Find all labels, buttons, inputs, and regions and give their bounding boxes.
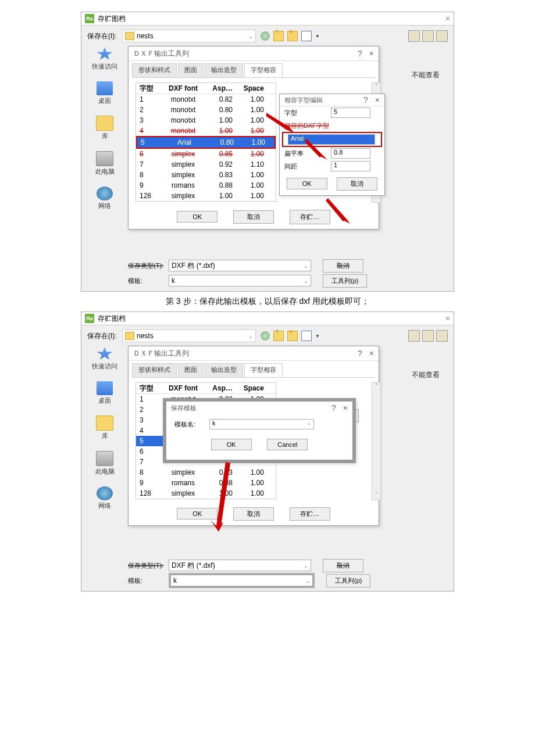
table-row: 9romans0.881.00 — [136, 180, 276, 191]
save-template-title: 保存模板 — [171, 404, 197, 413]
field-dxf-font[interactable]: Arial — [288, 134, 375, 145]
close-icon[interactable]: × — [375, 95, 380, 105]
sidebar-item-desktop[interactable]: 桌面 — [87, 81, 122, 105]
template-combo[interactable]: k⌄ — [169, 573, 315, 588]
sidebar-item-network[interactable]: 网络 — [87, 486, 122, 510]
save-button[interactable]: 存贮… — [290, 507, 330, 521]
tab-drawing[interactable]: 图面 — [178, 363, 204, 377]
sidebar-item-library[interactable]: 库 — [87, 415, 122, 440]
ok-button[interactable]: OK — [177, 508, 217, 519]
views-icon[interactable] — [301, 331, 312, 341]
toolbar-button[interactable]: 工具列(p) — [323, 274, 367, 288]
close-icon[interactable]: × — [369, 349, 374, 358]
app-icon: Ra — [85, 14, 94, 23]
cancel-button[interactable]: 取消 — [337, 177, 377, 191]
app-title: 存贮图档 — [98, 314, 126, 324]
table-row: 9romans0.881.00 — [136, 478, 276, 488]
table-row: 8simplex0.831.00 — [136, 467, 276, 478]
dxf-title: ＤＸＦ输出工具列 — [133, 349, 189, 359]
sidebar-item-quick[interactable]: 快速访问 — [87, 47, 122, 71]
tab-font[interactable]: 字型相容 — [244, 63, 283, 77]
file-type-label: 保存类型(T): — [128, 561, 169, 570]
views-chevron-icon[interactable]: ▼ — [315, 334, 320, 339]
toolbar-button[interactable]: 工具列(p) — [326, 574, 370, 587]
new-folder-icon[interactable] — [287, 31, 298, 41]
tool-icon-2[interactable] — [422, 330, 434, 342]
tab-drawing[interactable]: 图面 — [178, 63, 204, 77]
close-icon[interactable]: × — [343, 403, 348, 413]
dialog-buttons: OK 取消 存贮… — [129, 205, 379, 229]
field-space[interactable]: 1 — [331, 161, 370, 171]
cancel-button[interactable]: 取消 — [233, 507, 274, 521]
tab-output[interactable]: 输出造型 — [205, 363, 243, 377]
field-aspect[interactable]: 0.8 — [331, 148, 370, 159]
content-area: ＤＸＦ输出工具列 ?× 形状和样式 图面 输出造型 字型相容 编集 字型 DXF… — [128, 46, 448, 258]
help-icon[interactable]: ? — [358, 349, 362, 358]
table-row: 6simplex0.851.00 — [136, 149, 276, 159]
save-button[interactable]: 存贮… — [290, 210, 330, 224]
help-icon[interactable]: ? — [363, 95, 368, 105]
dialog-buttons: OK 取消 存贮… — [129, 503, 379, 525]
sidebar-item-network[interactable]: 网络 — [87, 187, 122, 210]
tab-output[interactable]: 输出造型 — [205, 63, 243, 77]
field-font[interactable]: 5 — [331, 108, 370, 118]
chevron-down-icon: ⌄ — [248, 333, 253, 339]
tool-icon-1[interactable] — [408, 30, 420, 42]
table-row-selected[interactable]: 5Arial0.801.00 — [136, 136, 276, 149]
folder-combo[interactable]: nests ⌄ — [122, 30, 256, 42]
tab-font[interactable]: 字型相容 — [244, 363, 283, 377]
sidebar-item-library[interactable]: 库 — [87, 116, 122, 141]
sidebar-item-desktop[interactable]: 桌面 — [87, 381, 122, 405]
scrollbar[interactable]: ˄˅ — [372, 382, 381, 500]
new-folder-icon[interactable] — [287, 331, 298, 341]
ok-button[interactable]: OK — [177, 211, 217, 223]
close-icon[interactable]: × — [445, 314, 450, 323]
close-icon[interactable]: × — [445, 14, 450, 23]
table-row: 128simplex1.001.00 — [136, 488, 276, 499]
sidebar-item-quick[interactable]: 快速访问 — [87, 347, 122, 371]
back-icon[interactable] — [261, 331, 270, 341]
close-icon[interactable]: × — [369, 49, 374, 58]
bottom-form: 保存类型(T): DXF 档 (*.dxf)⌄ 取消 模板: k⌄ 工具列(p) — [128, 557, 448, 587]
tabs: 形状和样式 图面 输出造型 字型相容 — [132, 63, 375, 78]
folder-combo[interactable]: nests ⌄ — [122, 329, 256, 342]
cancel-button[interactable]: 取消 — [323, 559, 363, 572]
file-type-combo[interactable]: DXF 档 (*.dxf)⌄ — [169, 260, 311, 271]
table-row: 3monotxt1.001.00 — [136, 115, 276, 126]
ok-button[interactable]: OK — [211, 439, 252, 450]
up-icon[interactable] — [273, 331, 284, 341]
tab-shape[interactable]: 形状和样式 — [132, 63, 177, 77]
folder-icon — [125, 32, 134, 40]
save-in-label: 保存在(I): — [87, 331, 122, 341]
font-edit-title: 相容字型编辑 — [284, 96, 323, 105]
app-titlebar: Ra 存贮图档 × — [81, 12, 454, 26]
places-sidebar: 快速访问 桌面 库 此电脑 网络 — [87, 47, 122, 221]
figure-2: Ra 存贮图档 × 保存在(I): nests ⌄ ▼ 快速访问 桌面 库 此电… — [81, 311, 454, 592]
tool-icon-3[interactable] — [436, 30, 448, 42]
sidebar-item-pc[interactable]: 此电脑 — [87, 151, 122, 176]
tab-shape[interactable]: 形状和样式 — [132, 363, 177, 377]
tool-icon-3[interactable] — [436, 330, 448, 342]
help-icon[interactable]: ? — [358, 49, 362, 58]
back-icon[interactable] — [261, 31, 270, 41]
views-chevron-icon[interactable]: ▼ — [315, 34, 320, 39]
cancel-button[interactable]: 取消 — [233, 210, 274, 224]
tool-icon-2[interactable] — [422, 30, 434, 42]
views-icon[interactable] — [301, 31, 312, 41]
sidebar-item-pc[interactable]: 此电脑 — [87, 451, 122, 476]
template-name-input[interactable]: k⌄ — [209, 419, 314, 429]
cancel-button[interactable]: 取消 — [323, 259, 363, 273]
path-row: 保存在(I): nests ⌄ ▼ — [81, 325, 454, 346]
up-icon[interactable] — [273, 31, 284, 41]
cancel-button[interactable]: Cancel — [267, 439, 308, 450]
template-combo[interactable]: k⌄ — [169, 275, 311, 286]
caption: 第 3 步：保存此输出模板，以后保存 dxf 用此模板即可； — [76, 296, 459, 307]
table-row: 4monotxt1.001.00 — [136, 126, 276, 136]
tool-icon-1[interactable] — [408, 330, 420, 342]
ok-button[interactable]: OK — [287, 178, 327, 189]
table-row: 128simplex1.001.00 — [136, 191, 276, 201]
font-edit-dialog: 相容字型编辑 ?× 字型5 相容的DXF字型 Arial 扁平率0.8 间距1 … — [279, 94, 385, 196]
table-row: 7simplex0.921.10 — [136, 159, 276, 170]
file-type-combo[interactable]: DXF 档 (*.dxf)⌄ — [169, 560, 311, 571]
help-icon[interactable]: ? — [331, 403, 336, 413]
